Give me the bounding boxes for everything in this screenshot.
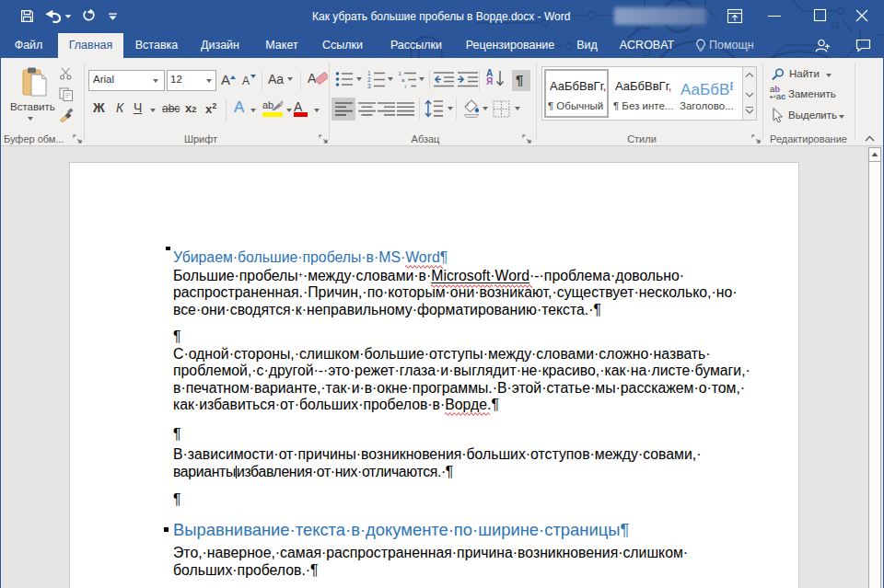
svg-text:3: 3 — [367, 83, 371, 89]
svg-text:1: 1 — [367, 70, 371, 76]
svg-text:а: а — [401, 77, 405, 83]
svg-text:1: 1 — [399, 71, 402, 76]
svg-text:i: i — [405, 84, 406, 89]
